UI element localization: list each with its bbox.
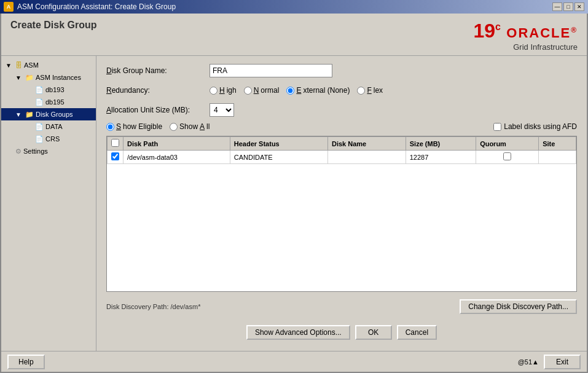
maximize-button[interactable]: □ — [563, 2, 573, 11]
sidebar-item-crs[interactable]: 📄 CRS — [1, 133, 96, 145]
settings-icon: ⚙ — [15, 147, 22, 155]
disk-checkbox[interactable] — [111, 152, 119, 160]
bottom-bar: Help @51▲ Exit — [1, 351, 587, 372]
window-header: Create Disk Group 19c ORACLE® Grid Infra… — [1, 14, 587, 56]
disk-group-name-row: Disk Group Name: — [106, 63, 577, 78]
app-icon: A — [4, 2, 14, 12]
select-all-checkbox[interactable] — [111, 139, 119, 147]
title-bar-left: A ASM Configuration Assistant: Create Di… — [4, 2, 176, 12]
title-bar-buttons[interactable]: — □ ✕ — [552, 2, 584, 11]
asm-instances-label: ASM Instances — [36, 74, 81, 81]
disk-row-site — [539, 151, 576, 164]
spacer — [23, 122, 33, 132]
redundancy-external-radio[interactable] — [286, 87, 294, 95]
sidebar-item-asm[interactable]: ▼ 🗄 ASM — [1, 59, 96, 71]
redundancy-high-radio[interactable] — [210, 87, 218, 95]
show-eligible-option[interactable]: Show Eligible — [106, 122, 162, 131]
allocation-unit-select[interactable]: 1 2 4 8 16 32 64 — [210, 103, 234, 117]
spacer — [23, 85, 33, 95]
sidebar-item-db193[interactable]: 📄 db193 — [1, 84, 96, 96]
expand-icon: ▼ — [14, 73, 23, 82]
close-button[interactable]: ✕ — [574, 2, 584, 11]
change-discovery-button[interactable]: Change Disk Discovery Path... — [460, 299, 577, 314]
discovery-path-text: Disk Discovery Path: /dev/asm* — [106, 303, 200, 310]
oracle-version: 19c ORACLE® — [473, 20, 578, 42]
data-label: DATA — [45, 123, 63, 130]
brand-name: ORACLE® — [506, 25, 578, 41]
afd-label: Label disks using AFD — [504, 122, 577, 131]
disk-row-check[interactable] — [108, 151, 123, 164]
sidebar-item-settings[interactable]: ⚙ Settings — [1, 145, 96, 157]
file-icon: 📄 — [35, 86, 44, 94]
file-icon: 📄 — [35, 123, 44, 131]
db195-label: db195 — [45, 98, 65, 106]
disk-group-name-label: Disk Group Name: — [106, 66, 205, 75]
ok-button[interactable]: OK — [355, 325, 392, 340]
sidebar-item-db195[interactable]: 📄 db195 — [1, 96, 96, 108]
col-disk-path: Disk Path — [123, 137, 230, 151]
show-eligible-radio[interactable] — [106, 123, 114, 131]
page-title: Create Disk Group — [10, 20, 96, 31]
sidebar-item-data[interactable]: 📄 DATA — [1, 120, 96, 133]
settings-label: Settings — [23, 147, 48, 155]
redundancy-label: Redundancy: — [106, 86, 205, 95]
help-button[interactable]: Help — [7, 355, 45, 369]
minimize-button[interactable]: — — [552, 2, 562, 11]
sidebar-item-asm-instances[interactable]: ▼ 📁 ASM Instances — [1, 71, 96, 84]
spacer — [23, 97, 33, 107]
main-panel: Disk Group Name: Redundancy: High Normal — [96, 56, 587, 351]
show-options-row: Show Eligible Show All Label disks using… — [106, 122, 577, 131]
show-options: Show Eligible Show All — [106, 122, 210, 131]
disk-groups-label: Disk Groups — [36, 111, 73, 118]
spacer — [4, 146, 14, 156]
folder-icon: 📁 — [25, 111, 34, 119]
col-disk-name: Disk Name — [327, 137, 406, 151]
content-area: ▼ 🗄 ASM ▼ 📁 ASM Instances 📄 db193 📄 db19… — [1, 56, 587, 351]
col-quorum: Quorum — [476, 137, 539, 151]
folder-icon: 📁 — [25, 74, 34, 82]
db193-label: db193 — [45, 86, 65, 93]
redundancy-options: High Normal External (None) Flex — [210, 86, 383, 95]
redundancy-high[interactable]: High — [210, 86, 237, 95]
disk-table: Disk Path Header Status Disk Name Size (… — [107, 136, 576, 164]
col-size-mb: Size (MB) — [406, 137, 476, 151]
disk-group-name-input[interactable] — [210, 64, 332, 77]
bottom-right: @51▲ Exit — [518, 355, 581, 369]
show-advanced-button[interactable]: Show Advanced Options... — [246, 325, 350, 340]
oracle-logo: 19c ORACLE® Grid Infrastructure — [473, 20, 578, 52]
allocation-unit-label: Allocation Unit Size (MB): — [106, 106, 205, 114]
file-icon: 📄 — [35, 98, 44, 106]
version-number: 19c — [473, 20, 501, 42]
redundancy-external[interactable]: External (None) — [286, 86, 350, 95]
main-window: Create Disk Group 19c ORACLE® Grid Infra… — [0, 14, 588, 373]
bottom-info: @51▲ — [518, 358, 539, 366]
col-header-status: Header Status — [230, 137, 327, 151]
quorum-checkbox[interactable] — [503, 152, 511, 160]
afd-checkbox[interactable] — [493, 123, 501, 131]
sidebar-item-disk-groups[interactable]: ▼ 📁 Disk Groups — [1, 108, 96, 120]
disk-table-container: Disk Path Header Status Disk Name Size (… — [106, 136, 577, 292]
file-icon: 📄 — [35, 135, 44, 143]
tagline: Grid Infrastructure — [473, 42, 578, 52]
asm-icon: 🗄 — [15, 61, 22, 69]
disk-row-path: /dev/asm-data03 — [123, 151, 230, 164]
exit-button[interactable]: Exit — [544, 355, 581, 369]
main-buttons-row: Show Advanced Options... OK Cancel — [106, 321, 577, 344]
asm-label: ASM — [24, 61, 39, 69]
redundancy-flex-radio[interactable] — [357, 87, 365, 95]
redundancy-normal-radio[interactable] — [244, 87, 252, 95]
sidebar: ▼ 🗄 ASM ▼ 📁 ASM Instances 📄 db193 📄 db19… — [1, 56, 96, 351]
disk-row-header-status: CANDIDATE — [230, 151, 327, 164]
disk-row-size: 12287 — [406, 151, 476, 164]
disk-row-quorum[interactable] — [476, 151, 539, 164]
title-bar: A ASM Configuration Assistant: Create Di… — [0, 0, 588, 14]
crs-label: CRS — [45, 135, 60, 143]
redundancy-flex[interactable]: Flex — [357, 86, 383, 95]
allocation-unit-row: Allocation Unit Size (MB): 1 2 4 8 16 32… — [106, 103, 577, 117]
redundancy-normal[interactable]: Normal — [244, 86, 280, 95]
expand-icon: ▼ — [4, 60, 14, 70]
afd-option: Label disks using AFD — [493, 122, 577, 131]
show-all-option[interactable]: Show All — [170, 122, 210, 131]
cancel-button[interactable]: Cancel — [397, 325, 437, 340]
show-all-radio[interactable] — [170, 123, 178, 131]
